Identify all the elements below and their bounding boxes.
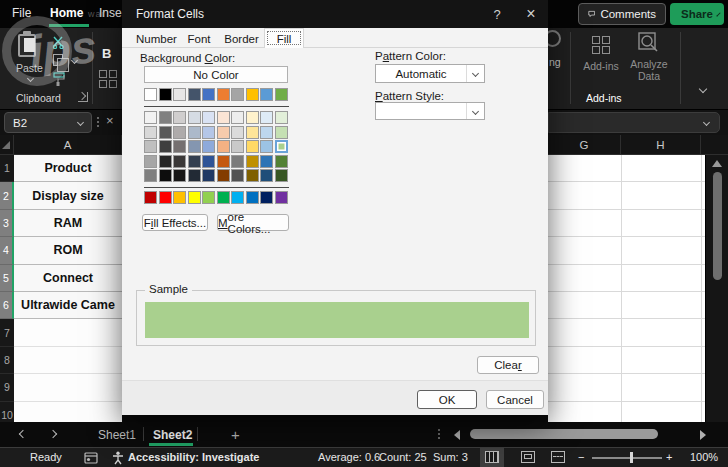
color-swatch[interactable] xyxy=(159,191,172,204)
clipboard-dialog-launcher-icon[interactable] xyxy=(78,92,88,102)
copy-dropdown-icon[interactable] xyxy=(71,57,78,64)
borders-icon[interactable] xyxy=(99,70,117,88)
dialog-title-bar[interactable]: Format Cells ? × xyxy=(122,0,548,28)
formula-cancel-icon[interactable]: × xyxy=(106,113,114,128)
row-header[interactable]: 3 xyxy=(0,210,14,237)
color-swatch[interactable] xyxy=(246,126,259,139)
color-swatch[interactable] xyxy=(188,126,201,139)
color-swatch[interactable] xyxy=(173,191,186,204)
more-colors-button[interactable]: More Colors... xyxy=(217,214,289,231)
pattern-style-select[interactable] xyxy=(375,102,485,120)
no-color-button[interactable]: No Color xyxy=(144,66,288,83)
color-swatch[interactable] xyxy=(275,88,288,101)
name-box[interactable]: B2 xyxy=(4,112,92,133)
color-swatch[interactable] xyxy=(260,126,273,139)
tab-home[interactable]: Home xyxy=(50,6,83,20)
color-swatch[interactable] xyxy=(188,155,201,168)
pattern-color-dropdown-icon[interactable] xyxy=(466,65,484,82)
format-painter-icon[interactable] xyxy=(52,72,67,87)
col-a-header[interactable]: A xyxy=(14,135,122,155)
color-swatch[interactable] xyxy=(159,126,172,139)
view-page-break-button[interactable] xyxy=(551,451,565,463)
color-swatch[interactable] xyxy=(159,169,172,182)
row-header[interactable]: 6 xyxy=(0,292,14,319)
cell-A5[interactable]: Connect xyxy=(14,265,122,292)
zoom-slider[interactable] xyxy=(592,457,662,459)
zoom-in-button[interactable]: + xyxy=(666,451,672,463)
color-swatch[interactable] xyxy=(144,126,157,139)
color-swatch[interactable] xyxy=(260,155,273,168)
row-header[interactable]: 2 xyxy=(0,182,14,209)
color-swatch[interactable] xyxy=(202,169,215,182)
sheet-tab-sheet1[interactable]: Sheet1 xyxy=(98,422,136,447)
ok-button[interactable]: OK xyxy=(417,390,477,409)
color-swatch[interactable] xyxy=(231,140,244,153)
col-h-header[interactable]: H xyxy=(621,135,701,155)
color-swatch[interactable] xyxy=(188,191,201,204)
dialog-help-button[interactable]: ? xyxy=(480,0,514,28)
color-swatch[interactable] xyxy=(202,111,215,124)
addins-button[interactable]: Add-ins xyxy=(578,60,624,72)
view-page-layout-button[interactable] xyxy=(521,451,535,463)
zoom-out-button[interactable]: − xyxy=(578,451,584,463)
dialog-tab-border[interactable]: Border xyxy=(219,30,264,47)
color-swatch[interactable] xyxy=(246,140,259,153)
cancel-button[interactable]: Cancel xyxy=(486,390,544,409)
cell-A10[interactable] xyxy=(14,402,122,422)
col-g-header[interactable]: G xyxy=(548,135,621,155)
color-swatch[interactable] xyxy=(231,126,244,139)
zoom-level[interactable]: 100% xyxy=(690,451,718,463)
color-swatch[interactable] xyxy=(217,191,230,204)
pattern-style-dropdown-icon[interactable] xyxy=(466,103,484,119)
color-swatch[interactable] xyxy=(159,140,172,153)
accessibility-icon[interactable] xyxy=(112,451,124,465)
color-swatch[interactable] xyxy=(260,140,273,153)
color-swatch[interactable] xyxy=(202,126,215,139)
hscroll-left-icon[interactable] xyxy=(454,430,460,440)
formula-bar[interactable] xyxy=(548,112,720,133)
color-swatch[interactable] xyxy=(275,169,288,182)
row-header[interactable]: 5 xyxy=(0,265,14,292)
vertical-scrollbar-thumb[interactable] xyxy=(713,172,722,280)
dialog-close-button[interactable]: × xyxy=(514,0,548,28)
analyze-data-button[interactable]: Analyze Data xyxy=(626,58,672,82)
color-swatch[interactable] xyxy=(159,155,172,168)
horizontal-scrollbar[interactable] xyxy=(465,428,675,440)
color-swatch[interactable] xyxy=(275,191,288,204)
cell-A8[interactable] xyxy=(14,347,122,374)
color-swatch[interactable] xyxy=(202,88,215,101)
scroll-up-icon[interactable] xyxy=(712,160,722,167)
color-swatch[interactable] xyxy=(144,88,157,101)
color-swatch[interactable] xyxy=(246,111,259,124)
color-swatch[interactable] xyxy=(231,111,244,124)
row-header[interactable]: 1 xyxy=(0,155,14,182)
color-swatch[interactable] xyxy=(144,155,157,168)
color-swatch[interactable] xyxy=(159,88,172,101)
grid-area[interactable] xyxy=(548,155,705,422)
row-header[interactable]: 9 xyxy=(0,374,14,401)
color-swatch[interactable] xyxy=(188,169,201,182)
color-swatch[interactable] xyxy=(275,140,288,153)
paste-button[interactable]: Paste xyxy=(16,62,43,74)
cell-A2[interactable]: Display size xyxy=(14,182,122,209)
cell-A6[interactable]: Ultrawide Came xyxy=(14,292,122,319)
horizontal-scrollbar-thumb[interactable] xyxy=(470,429,658,439)
bold-button[interactable]: B xyxy=(102,46,111,61)
color-swatch[interactable] xyxy=(188,111,201,124)
comments-button[interactable]: Comments xyxy=(578,3,666,25)
sheet-nav-back-icon[interactable] xyxy=(19,430,27,438)
cell-A9[interactable] xyxy=(14,374,122,401)
paste-dropdown-icon[interactable] xyxy=(27,75,34,82)
color-swatch[interactable] xyxy=(202,191,215,204)
color-swatch[interactable] xyxy=(246,88,259,101)
color-swatch[interactable] xyxy=(202,140,215,153)
color-swatch[interactable] xyxy=(217,155,230,168)
tab-file[interactable]: File xyxy=(12,6,31,20)
cell-A7[interactable] xyxy=(14,319,122,346)
color-swatch[interactable] xyxy=(159,111,172,124)
color-swatch[interactable] xyxy=(202,155,215,168)
color-swatch[interactable] xyxy=(246,191,259,204)
cell-A3[interactable]: RAM xyxy=(14,210,122,237)
color-swatch[interactable] xyxy=(246,155,259,168)
color-swatch[interactable] xyxy=(275,155,288,168)
